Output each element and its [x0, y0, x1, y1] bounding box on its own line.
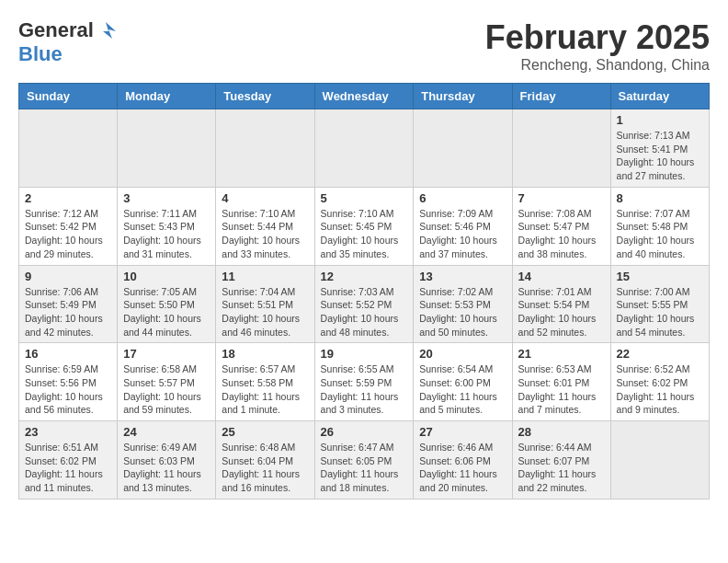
calendar-day-cell	[19, 109, 118, 188]
calendar-day-cell: 26Sunrise: 6:47 AM Sunset: 6:05 PM Dayli…	[314, 421, 414, 500]
calendar-day-cell: 13Sunrise: 7:02 AM Sunset: 5:53 PM Dayli…	[414, 265, 512, 343]
calendar-day-cell: 7Sunrise: 7:08 AM Sunset: 5:47 PM Daylig…	[512, 187, 610, 265]
day-info: Sunrise: 6:55 AM Sunset: 5:59 PM Dayligh…	[321, 362, 408, 417]
day-number: 12	[321, 270, 408, 283]
day-info: Sunrise: 7:08 AM Sunset: 5:47 PM Dayligh…	[518, 207, 605, 261]
day-info: Sunrise: 6:47 AM Sunset: 6:05 PM Dayligh…	[321, 441, 408, 495]
logo-blue-text: Blue	[18, 42, 63, 66]
day-info: Sunrise: 6:57 AM Sunset: 5:58 PM Dayligh…	[222, 362, 308, 417]
day-number: 4	[222, 191, 308, 205]
calendar-day-cell: 17Sunrise: 6:58 AM Sunset: 5:57 PM Dayli…	[118, 343, 216, 421]
location-subtitle: Rencheng, Shandong, China	[485, 57, 710, 74]
day-info: Sunrise: 7:03 AM Sunset: 5:52 PM Dayligh…	[321, 285, 408, 339]
day-number: 11	[222, 270, 308, 283]
day-number: 27	[419, 425, 506, 439]
calendar-day-cell	[512, 109, 610, 188]
calendar-day-cell	[610, 421, 709, 500]
day-info: Sunrise: 7:04 AM Sunset: 5:51 PM Dayligh…	[222, 285, 308, 339]
calendar-day-cell: 1Sunrise: 7:13 AM Sunset: 5:41 PM Daylig…	[610, 109, 709, 188]
calendar-day-cell: 9Sunrise: 7:06 AM Sunset: 5:49 PM Daylig…	[19, 265, 118, 343]
day-info: Sunrise: 6:54 AM Sunset: 6:00 PM Dayligh…	[419, 362, 506, 417]
calendar-week-row: 16Sunrise: 6:59 AM Sunset: 5:56 PM Dayli…	[19, 343, 710, 421]
logo-general-text: General	[18, 18, 94, 42]
calendar-table: SundayMondayTuesdayWednesdayThursdayFrid…	[18, 83, 710, 500]
day-number: 6	[419, 191, 506, 205]
day-info: Sunrise: 6:44 AM Sunset: 6:07 PM Dayligh…	[518, 441, 605, 495]
weekday-header: Thursday	[414, 84, 512, 109]
day-info: Sunrise: 6:58 AM Sunset: 5:57 PM Dayligh…	[123, 362, 210, 417]
day-number: 28	[518, 425, 605, 439]
calendar-day-cell: 2Sunrise: 7:12 AM Sunset: 5:42 PM Daylig…	[19, 187, 118, 265]
calendar-day-cell: 6Sunrise: 7:09 AM Sunset: 5:46 PM Daylig…	[414, 187, 512, 265]
calendar-day-cell	[118, 109, 216, 188]
day-number: 3	[123, 191, 210, 205]
day-number: 22	[617, 347, 703, 361]
day-info: Sunrise: 7:10 AM Sunset: 5:45 PM Dayligh…	[321, 207, 408, 261]
day-info: Sunrise: 7:09 AM Sunset: 5:46 PM Dayligh…	[419, 207, 506, 261]
calendar-day-cell: 11Sunrise: 7:04 AM Sunset: 5:51 PM Dayli…	[216, 265, 314, 343]
calendar-day-cell: 22Sunrise: 6:52 AM Sunset: 6:02 PM Dayli…	[610, 343, 709, 421]
calendar-day-cell: 3Sunrise: 7:11 AM Sunset: 5:43 PM Daylig…	[118, 187, 216, 265]
day-info: Sunrise: 6:49 AM Sunset: 6:03 PM Dayligh…	[123, 441, 210, 495]
calendar-day-cell: 10Sunrise: 7:05 AM Sunset: 5:50 PM Dayli…	[118, 265, 216, 343]
day-number: 15	[617, 270, 703, 283]
day-info: Sunrise: 6:59 AM Sunset: 5:56 PM Dayligh…	[25, 362, 111, 417]
header: General Blue February 2025 Rencheng, Sha…	[18, 18, 710, 74]
day-info: Sunrise: 7:06 AM Sunset: 5:49 PM Dayligh…	[25, 285, 111, 339]
calendar-day-cell: 21Sunrise: 6:53 AM Sunset: 6:01 PM Dayli…	[512, 343, 610, 421]
calendar-week-row: 2Sunrise: 7:12 AM Sunset: 5:42 PM Daylig…	[19, 187, 710, 265]
month-title: February 2025	[485, 18, 710, 57]
day-number: 2	[25, 191, 111, 205]
svg-marker-0	[103, 22, 116, 39]
day-number: 8	[617, 191, 703, 205]
day-info: Sunrise: 6:53 AM Sunset: 6:01 PM Dayligh…	[518, 362, 605, 417]
day-number: 26	[321, 425, 408, 439]
day-info: Sunrise: 6:48 AM Sunset: 6:04 PM Dayligh…	[222, 441, 308, 495]
logo-bird-icon	[96, 20, 116, 40]
day-info: Sunrise: 6:46 AM Sunset: 6:06 PM Dayligh…	[419, 441, 506, 495]
calendar-day-cell: 27Sunrise: 6:46 AM Sunset: 6:06 PM Dayli…	[414, 421, 512, 500]
day-number: 17	[123, 347, 210, 361]
day-info: Sunrise: 7:05 AM Sunset: 5:50 PM Dayligh…	[123, 285, 210, 339]
weekday-header: Tuesday	[216, 84, 314, 109]
calendar-day-cell: 19Sunrise: 6:55 AM Sunset: 5:59 PM Dayli…	[314, 343, 414, 421]
logo: General Blue	[18, 18, 116, 66]
weekday-header: Monday	[118, 84, 216, 109]
calendar-week-row: 23Sunrise: 6:51 AM Sunset: 6:02 PM Dayli…	[19, 421, 710, 500]
calendar-day-cell: 12Sunrise: 7:03 AM Sunset: 5:52 PM Dayli…	[314, 265, 414, 343]
day-number: 19	[321, 347, 408, 361]
day-info: Sunrise: 7:11 AM Sunset: 5:43 PM Dayligh…	[123, 207, 210, 261]
calendar-week-row: 1Sunrise: 7:13 AM Sunset: 5:41 PM Daylig…	[19, 109, 710, 188]
day-info: Sunrise: 7:07 AM Sunset: 5:48 PM Dayligh…	[617, 207, 703, 261]
calendar-day-cell: 14Sunrise: 7:01 AM Sunset: 5:54 PM Dayli…	[512, 265, 610, 343]
day-info: Sunrise: 7:10 AM Sunset: 5:44 PM Dayligh…	[222, 207, 308, 261]
calendar-day-cell: 28Sunrise: 6:44 AM Sunset: 6:07 PM Dayli…	[512, 421, 610, 500]
calendar-week-row: 9Sunrise: 7:06 AM Sunset: 5:49 PM Daylig…	[19, 265, 710, 343]
day-number: 18	[222, 347, 308, 361]
day-info: Sunrise: 6:52 AM Sunset: 6:02 PM Dayligh…	[617, 362, 703, 417]
day-info: Sunrise: 7:13 AM Sunset: 5:41 PM Dayligh…	[617, 129, 703, 183]
day-info: Sunrise: 6:51 AM Sunset: 6:02 PM Dayligh…	[25, 441, 111, 495]
day-number: 23	[25, 425, 111, 439]
calendar-day-cell	[414, 109, 512, 188]
day-info: Sunrise: 7:02 AM Sunset: 5:53 PM Dayligh…	[419, 285, 506, 339]
day-number: 16	[25, 347, 111, 361]
calendar-day-cell: 5Sunrise: 7:10 AM Sunset: 5:45 PM Daylig…	[314, 187, 414, 265]
calendar-day-cell: 4Sunrise: 7:10 AM Sunset: 5:44 PM Daylig…	[216, 187, 314, 265]
calendar-day-cell: 8Sunrise: 7:07 AM Sunset: 5:48 PM Daylig…	[610, 187, 709, 265]
day-number: 10	[123, 270, 210, 283]
calendar-day-cell: 25Sunrise: 6:48 AM Sunset: 6:04 PM Dayli…	[216, 421, 314, 500]
day-number: 24	[123, 425, 210, 439]
day-number: 7	[518, 191, 605, 205]
day-number: 20	[419, 347, 506, 361]
calendar-day-cell: 16Sunrise: 6:59 AM Sunset: 5:56 PM Dayli…	[19, 343, 118, 421]
day-number: 5	[321, 191, 408, 205]
weekday-header: Saturday	[610, 84, 709, 109]
day-info: Sunrise: 7:00 AM Sunset: 5:55 PM Dayligh…	[617, 285, 703, 339]
weekday-header-row: SundayMondayTuesdayWednesdayThursdayFrid…	[19, 84, 710, 109]
day-number: 25	[222, 425, 308, 439]
day-number: 1	[617, 113, 703, 127]
day-info: Sunrise: 7:12 AM Sunset: 5:42 PM Dayligh…	[25, 207, 111, 261]
calendar-day-cell: 20Sunrise: 6:54 AM Sunset: 6:00 PM Dayli…	[414, 343, 512, 421]
calendar-day-cell: 24Sunrise: 6:49 AM Sunset: 6:03 PM Dayli…	[118, 421, 216, 500]
